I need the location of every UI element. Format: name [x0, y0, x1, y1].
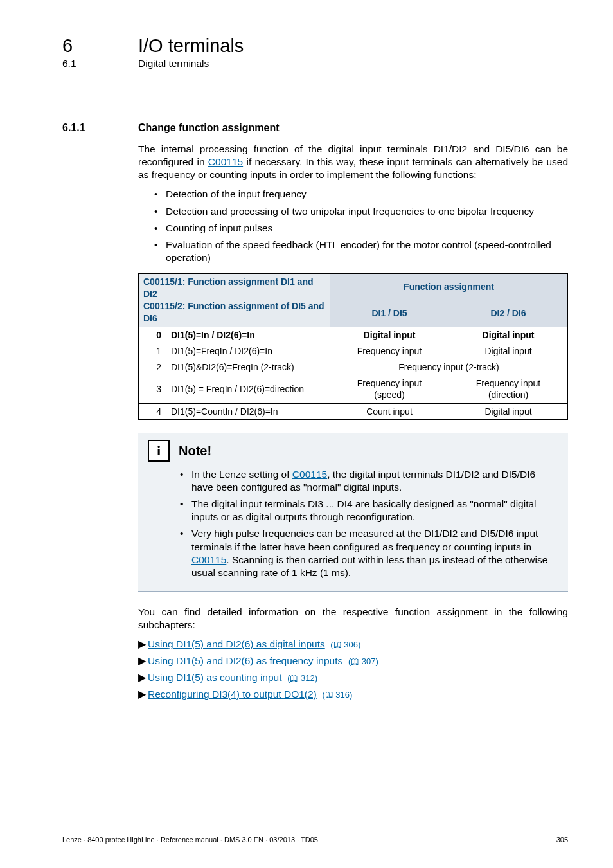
table-cell-idx: 3	[139, 375, 166, 403]
table-cell-c2: Frequency input (direction)	[449, 375, 568, 403]
bullet-item: Detection and processing of two unipolar…	[154, 205, 568, 218]
page-ref: (🕮 316)	[320, 690, 353, 700]
note-text-pre: Very high pulse frequencies can be measu…	[191, 528, 538, 552]
table-cell-span: Frequency input (2-track)	[330, 359, 568, 375]
table-cell-c2: Digital input	[449, 327, 568, 343]
chapter-number: 6	[62, 35, 138, 57]
page-ref: (🕮 307)	[346, 656, 378, 666]
table-cell-c2: Digital input	[449, 403, 568, 419]
table-header-left-line1: C00115/1: Function assignment DI1 and DI…	[143, 276, 314, 299]
note-text-post: . Scanning is then carried out within le…	[191, 554, 547, 578]
table-header-col2: DI2 / DI6	[449, 300, 568, 327]
table-cell-desc: DI1(5)=FreqIn / DI2(6)=In	[166, 343, 330, 359]
arrow-icon: ▶	[138, 637, 148, 652]
table-cell-c1: Count input	[330, 403, 449, 419]
section-title: Digital terminals	[138, 58, 209, 69]
page-ref: (🕮 306)	[328, 640, 361, 649]
table-header-right-top: Function assignment	[330, 274, 568, 300]
table-cell-desc: DI1(5)=In / DI2(6)=In	[166, 327, 330, 343]
footer-left: Lenze · 8400 protec HighLine · Reference…	[62, 836, 318, 844]
bullet-item: Detection of the input frequency	[154, 188, 568, 201]
table-cell-desc: DI1(5)=CountIn / DI2(6)=In	[166, 403, 330, 419]
xref-link[interactable]: Using DI1(5) and DI2(6) as frequency inp…	[148, 655, 342, 666]
table-cell-c1: Frequency input	[330, 343, 449, 359]
subsection-number: 6.1.1	[62, 122, 138, 134]
table-cell-idx: 4	[139, 403, 166, 419]
intro-bullet-list: Detection of the input frequency Detecti…	[138, 188, 568, 264]
note-text-pre: In the Lenze setting of	[191, 469, 292, 480]
post-note-paragraph: You can find detailed information on the…	[138, 606, 568, 631]
code-link-c00115[interactable]: C00115	[191, 554, 226, 565]
info-icon	[148, 440, 170, 462]
section-number: 6.1	[62, 58, 138, 69]
note-box: Note! In the Lenze setting of C00115, th…	[138, 433, 568, 592]
table-cell-idx: 0	[139, 327, 166, 343]
bullet-item: Counting of input pulses	[154, 222, 568, 235]
note-bullet-item: In the Lenze setting of C00115, the digi…	[180, 468, 558, 494]
page-footer: Lenze · 8400 protec HighLine · Reference…	[62, 836, 568, 844]
link-list: ▶ Using DI1(5) and DI2(6) as digital inp…	[138, 637, 568, 702]
divider: _ _ _ _ _ _ _ _ _ _ _ _ _ _ _ _ _ _ _ _ …	[62, 87, 568, 98]
note-bullet-item: Very high pulse frequencies can be measu…	[180, 527, 558, 579]
xref-link[interactable]: Using DI1(5) and DI2(6) as digital input…	[148, 638, 325, 649]
note-title: Note!	[179, 442, 211, 459]
table-header-col1: DI1 / DI5	[330, 300, 449, 327]
function-assignment-table: C00115/1: Function assignment DI1 and DI…	[138, 273, 568, 420]
arrow-icon: ▶	[138, 670, 148, 685]
subsection-title: Change function assignment	[138, 122, 280, 134]
arrow-icon: ▶	[138, 653, 148, 669]
xref-link[interactable]: Using DI1(5) as counting input	[148, 672, 282, 683]
bullet-item: Evaluation of the speed feedback (HTL en…	[154, 239, 568, 264]
table-cell-c2: Digital input	[449, 343, 568, 359]
table-cell-idx: 2	[139, 359, 166, 375]
table-cell-c1: Frequency input (speed)	[330, 375, 449, 403]
intro-paragraph: The internal processing function of the …	[138, 143, 568, 592]
footer-page-number: 305	[556, 836, 568, 844]
page-ref: (🕮 312)	[285, 673, 318, 683]
table-cell-desc: DI1(5) = FreqIn / DI2(6)=direction	[166, 375, 330, 403]
table-cell-idx: 1	[139, 343, 166, 359]
table-cell-c1: Digital input	[330, 327, 449, 343]
table-header-left-line2: C00115/2: Function assignment of DI5 and…	[143, 301, 324, 323]
note-bullet-list: In the Lenze setting of C00115, the digi…	[164, 468, 558, 579]
xref-link[interactable]: Reconfiguring DI3(4) to output DO1(2)	[148, 689, 317, 700]
chapter-title: I/O terminals	[138, 35, 244, 57]
note-bullet-item: The digital input terminals DI3 ... DI4 …	[180, 498, 558, 523]
table-cell-desc: DI1(5)&DI2(6)=FreqIn (2-track)	[166, 359, 330, 375]
code-link-c00115[interactable]: C00115	[292, 469, 327, 480]
code-link-c00115[interactable]: C00115	[208, 156, 243, 167]
arrow-icon: ▶	[138, 687, 148, 702]
